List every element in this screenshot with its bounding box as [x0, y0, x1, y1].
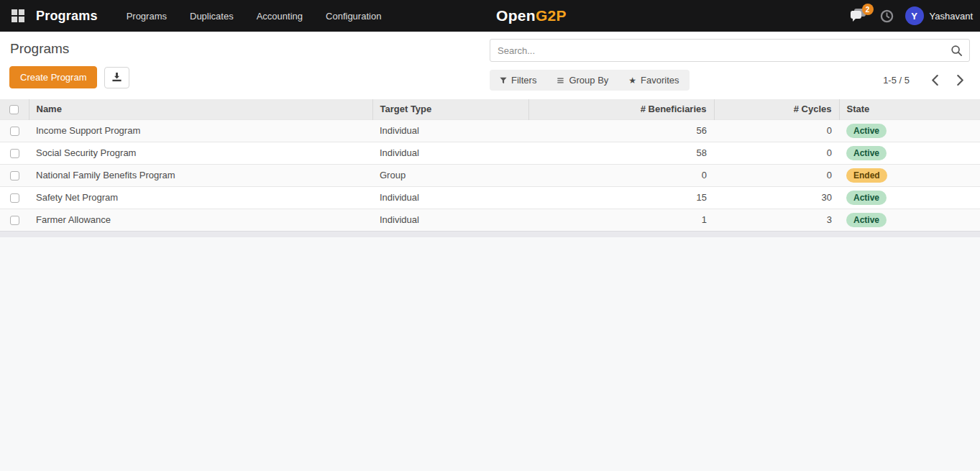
openg2p-logo: OpenG2P — [496, 0, 567, 32]
state-badge: Ended — [846, 168, 887, 183]
filters-button[interactable]: Filters — [490, 70, 546, 91]
state-badge: Active — [846, 191, 887, 205]
control-panel: Programs Create Program — [0, 32, 980, 99]
menu-item-programs[interactable]: Programs — [116, 6, 177, 26]
cell-name: Safety Net Program — [29, 186, 372, 209]
pager-previous-button[interactable] — [925, 72, 945, 88]
chevron-left-icon — [931, 75, 939, 86]
state-badge: Active — [846, 146, 887, 160]
activities-button[interactable] — [879, 8, 895, 24]
download-icon — [111, 72, 122, 83]
menu-item-configuration[interactable]: Configuration — [316, 6, 391, 26]
table-end-strip — [0, 231, 980, 237]
select-all-checkbox[interactable] — [9, 105, 19, 114]
cell-cycles: 3 — [714, 209, 839, 231]
control-panel-left: Programs Create Program — [9, 39, 490, 91]
row-checkbox[interactable] — [10, 216, 19, 225]
group-by-icon — [557, 77, 564, 84]
messages-count-badge: 2 — [862, 4, 874, 15]
cell-cycles: 30 — [714, 186, 839, 209]
cell-name: Farmer Allowance — [29, 209, 372, 231]
state-badge: Active — [846, 213, 887, 227]
pager-range: 1-5 / 5 — [883, 75, 910, 86]
cell-cycles: 0 — [714, 164, 839, 186]
export-button[interactable] — [104, 67, 129, 88]
page-title: Programs — [10, 41, 490, 57]
cell-target-type: Individual — [372, 142, 528, 164]
cell-cycles: 0 — [714, 142, 839, 164]
cell-beneficiaries: 56 — [528, 119, 714, 142]
search-box — [490, 39, 970, 62]
cell-beneficiaries: 1 — [528, 209, 714, 231]
clock-icon — [880, 9, 894, 23]
table-row[interactable]: National Family Benefits Program Group 0… — [0, 164, 980, 186]
favorites-star-icon: ★ — [628, 76, 636, 86]
filter-funnel-icon — [500, 77, 507, 84]
user-avatar: Y — [905, 6, 924, 25]
table-row[interactable]: Safety Net Program Individual 15 30 Acti… — [0, 186, 980, 209]
cell-beneficiaries: 15 — [528, 186, 714, 209]
navbar-menu: Programs Duplicates Accounting Configura… — [116, 6, 392, 26]
user-name: Yashavant — [930, 11, 973, 22]
cell-name: National Family Benefits Program — [29, 164, 372, 186]
cell-name: Social Security Program — [29, 142, 372, 164]
table-header-row: Name Target Type # Beneficiaries # Cycle… — [0, 99, 980, 119]
column-header-name[interactable]: Name — [29, 99, 372, 119]
apps-menu-button[interactable] — [6, 4, 30, 28]
messages-button[interactable]: 2 — [849, 6, 869, 25]
cell-target-type: Individual — [372, 186, 528, 209]
navbar-right: 2 Y Yashavant — [849, 0, 973, 32]
group-by-button[interactable]: Group By — [546, 70, 618, 91]
column-header-state[interactable]: State — [839, 99, 980, 119]
table-row[interactable]: Farmer Allowance Individual 1 3 Active — [0, 209, 980, 231]
row-checkbox[interactable] — [10, 127, 19, 136]
column-header-target-type[interactable]: Target Type — [372, 99, 528, 119]
table-row[interactable]: Social Security Program Individual 58 0 … — [0, 142, 980, 164]
menu-item-duplicates[interactable]: Duplicates — [180, 6, 244, 26]
create-program-button[interactable]: Create Program — [9, 66, 97, 88]
column-header-beneficiaries[interactable]: # Beneficiaries — [528, 99, 714, 119]
search-icon[interactable] — [951, 45, 963, 60]
cell-target-type: Individual — [372, 119, 528, 142]
cell-beneficiaries: 0 — [528, 164, 714, 186]
cell-target-type: Individual — [372, 209, 528, 231]
row-checkbox[interactable] — [10, 171, 19, 180]
programs-table: Name Target Type # Beneficiaries # Cycle… — [0, 99, 980, 231]
column-header-cycles[interactable]: # Cycles — [714, 99, 839, 119]
user-menu[interactable]: Y Yashavant — [905, 6, 973, 25]
menu-item-accounting[interactable]: Accounting — [247, 6, 313, 26]
pager-next-button[interactable] — [951, 72, 970, 88]
search-options-bar: Filters Group By ★ Favorites — [490, 70, 690, 91]
state-badge: Active — [846, 124, 887, 138]
cell-cycles: 0 — [714, 119, 839, 142]
control-panel-right: Filters Group By ★ Favorites 1-5 / 5 — [490, 39, 970, 91]
chevron-right-icon — [956, 75, 964, 86]
cell-name: Income Support Program — [29, 119, 372, 142]
pager: 1-5 / 5 — [883, 72, 970, 88]
navbar-app-title: Programs — [36, 9, 98, 24]
favorites-button[interactable]: ★ Favorites — [618, 70, 689, 91]
apps-grid-icon — [12, 9, 24, 22]
row-checkbox[interactable] — [10, 193, 19, 203]
top-navbar: Programs Programs Duplicates Accounting … — [0, 0, 980, 32]
row-checkbox[interactable] — [10, 149, 19, 158]
cell-target-type: Group — [372, 164, 528, 186]
table-row[interactable]: Income Support Program Individual 56 0 A… — [0, 119, 980, 142]
cell-beneficiaries: 58 — [528, 142, 714, 164]
search-input[interactable] — [490, 40, 969, 61]
